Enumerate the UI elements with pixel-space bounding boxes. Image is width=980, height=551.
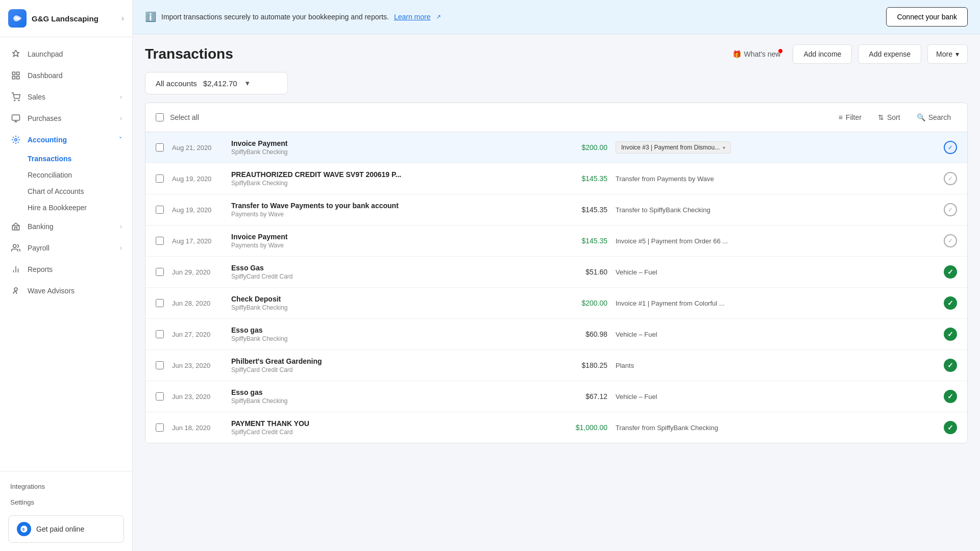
whats-new-label: What's new: [744, 50, 781, 58]
table-row[interactable]: Jun 28, 2020 Check Deposit SpiffyBank Ch…: [145, 288, 967, 319]
sidebar-subitem-reconciliation[interactable]: Reconciliation: [0, 167, 132, 183]
purchases-chevron-icon: ›: [120, 115, 122, 122]
transaction-status: ✓: [941, 390, 957, 403]
table-row[interactable]: Jun 23, 2020 Esso gas SpiffyBank Checkin…: [145, 381, 967, 412]
sidebar-item-launchpad[interactable]: Launchpad: [0, 43, 132, 65]
reports-icon: [10, 264, 21, 275]
account-dropdown[interactable]: All accounts $2,412.70 ▾: [145, 72, 288, 94]
dashboard-label: Dashboard: [28, 71, 122, 80]
status-pending-active-icon[interactable]: ✓: [944, 141, 957, 154]
category-text: Transfer from Payments by Wave: [616, 175, 714, 183]
banking-icon: [10, 221, 21, 232]
toolbar-actions: ≡ Filter ⇅ Sort 🔍 Search: [832, 110, 957, 124]
notification-dot: [778, 49, 782, 53]
sidebar: G&G Landscaping › Launchpad Dashboard Sa…: [0, 0, 133, 551]
integrations-link[interactable]: Integrations: [8, 480, 124, 493]
transaction-info: Philbert's Great Gardening SpiffyCard Cr…: [231, 357, 548, 373]
status-pending-icon[interactable]: ✓: [944, 203, 957, 216]
sidebar-item-banking[interactable]: Banking ›: [0, 216, 132, 237]
row-checkbox[interactable]: [156, 174, 164, 183]
settings-link[interactable]: Settings: [8, 495, 124, 509]
whats-new-button[interactable]: 🎁 What's new: [726, 46, 787, 62]
sidebar-item-sales[interactable]: Sales ›: [0, 86, 132, 108]
row-checkbox[interactable]: [156, 143, 164, 152]
row-checkbox[interactable]: [156, 206, 164, 214]
svg-point-9: [13, 244, 16, 247]
transaction-account: SpiffyBank Checking: [231, 148, 548, 156]
search-button[interactable]: 🔍 Search: [911, 110, 957, 124]
purchases-label: Purchases: [28, 114, 120, 122]
brand-header[interactable]: G&G Landscaping ›: [0, 0, 132, 37]
add-income-button[interactable]: Add income: [793, 44, 852, 64]
transaction-date: Aug 17, 2020: [172, 237, 223, 245]
sidebar-item-reports[interactable]: Reports: [0, 259, 132, 280]
row-checkbox[interactable]: [156, 361, 164, 369]
transaction-info: Transfer to Wave Payments to your bank a…: [231, 202, 548, 218]
sidebar-item-purchases[interactable]: Purchases ›: [0, 108, 132, 129]
sidebar-subitem-hire-bookkeeper[interactable]: Hire a Bookkeeper: [0, 199, 132, 216]
coin-icon: $: [17, 522, 31, 536]
transaction-info: Esso Gas SpiffyCard Credit Card: [231, 264, 548, 280]
accounting-label: Accounting: [28, 136, 119, 144]
row-checkbox[interactable]: [156, 423, 164, 432]
status-pending-icon[interactable]: ✓: [944, 234, 957, 247]
payroll-chevron-icon: ›: [120, 244, 122, 252]
sidebar-subitem-transactions[interactable]: Transactions: [0, 151, 132, 167]
sidebar-item-payroll[interactable]: Payroll ›: [0, 237, 132, 259]
more-button[interactable]: More ▾: [927, 44, 968, 64]
svg-rect-8: [12, 226, 19, 230]
sidebar-item-accounting[interactable]: Accounting ˅: [0, 129, 132, 151]
accounting-chevron-icon: ˅: [119, 136, 122, 143]
wave-advisors-label: Wave Advisors: [28, 287, 122, 295]
svg-text:$: $: [22, 527, 25, 532]
row-checkbox[interactable]: [156, 268, 164, 276]
table-row[interactable]: Jun 27, 2020 Esso gas SpiffyBank Checkin…: [145, 319, 967, 350]
transaction-account: SpiffyCard Credit Card: [231, 273, 548, 280]
table-row[interactable]: Aug 17, 2020 Invoice Payment Payments by…: [145, 226, 967, 257]
learn-more-link[interactable]: Learn more: [394, 13, 431, 21]
connect-bank-button[interactable]: Connect your bank: [886, 7, 968, 27]
row-checkbox[interactable]: [156, 237, 164, 245]
table-row[interactable]: Jun 23, 2020 Philbert's Great Gardening …: [145, 350, 967, 381]
table-row[interactable]: Aug 19, 2020 PREAUTHORIZED CREDIT WAVE S…: [145, 163, 967, 194]
transaction-info: PAYMENT THANK YOU SpiffyCard Credit Card: [231, 419, 548, 436]
transaction-name: Transfer to Wave Payments to your bank a…: [231, 202, 548, 210]
row-checkbox[interactable]: [156, 330, 164, 338]
transaction-amount: $180.25: [556, 361, 607, 369]
get-paid-button[interactable]: $ Get paid online: [8, 515, 124, 543]
reports-label: Reports: [28, 265, 122, 273]
transaction-amount: $60.98: [556, 330, 607, 338]
status-approved-icon: ✓: [944, 296, 957, 310]
add-expense-button[interactable]: Add expense: [858, 44, 921, 64]
transaction-info: PREAUTHORIZED CREDIT WAVE SV9T 200619 P.…: [231, 170, 548, 187]
transaction-name: PAYMENT THANK YOU: [231, 419, 548, 428]
row-checkbox[interactable]: [156, 299, 164, 307]
sidebar-item-dashboard[interactable]: Dashboard: [0, 65, 132, 86]
table-row[interactable]: Aug 21, 2020 Invoice Payment SpiffyBank …: [145, 132, 967, 163]
banner-text: Import transactions securely to automate…: [161, 13, 389, 21]
account-balance: $2,412.70: [203, 79, 237, 88]
transaction-name: Philbert's Great Gardening: [231, 357, 548, 365]
sales-label: Sales: [28, 93, 120, 101]
status-approved-icon: ✓: [944, 265, 957, 279]
transaction-date: Aug 21, 2020: [172, 144, 223, 152]
sort-button[interactable]: ⇅ Sort: [872, 110, 906, 124]
banking-chevron-icon: ›: [120, 223, 122, 230]
status-pending-icon[interactable]: ✓: [944, 172, 957, 185]
select-all-checkbox[interactable]: [156, 113, 164, 121]
transaction-date: Aug 19, 2020: [172, 175, 223, 183]
row-checkbox[interactable]: [156, 392, 164, 400]
sidebar-item-wave-advisors[interactable]: Wave Advisors: [0, 280, 132, 302]
table-row[interactable]: Jun 18, 2020 PAYMENT THANK YOU SpiffyCar…: [145, 412, 967, 443]
account-name: All accounts: [156, 79, 197, 88]
filter-button[interactable]: ≡ Filter: [832, 110, 868, 124]
svg-rect-0: [12, 72, 15, 74]
sidebar-subitem-chart-of-accounts[interactable]: Chart of Accounts: [0, 183, 132, 199]
more-label: More: [936, 50, 952, 58]
transaction-account: SpiffyBank Checking: [231, 180, 548, 187]
transaction-account: SpiffyCard Credit Card: [231, 429, 548, 436]
transaction-amount: $67.12: [556, 392, 607, 400]
table-row[interactable]: Aug 19, 2020 Transfer to Wave Payments t…: [145, 194, 967, 226]
category-dropdown[interactable]: Invoice #3 | Payment from Dismou... ▾: [616, 141, 731, 154]
table-row[interactable]: Jun 29, 2020 Esso Gas SpiffyCard Credit …: [145, 257, 967, 288]
